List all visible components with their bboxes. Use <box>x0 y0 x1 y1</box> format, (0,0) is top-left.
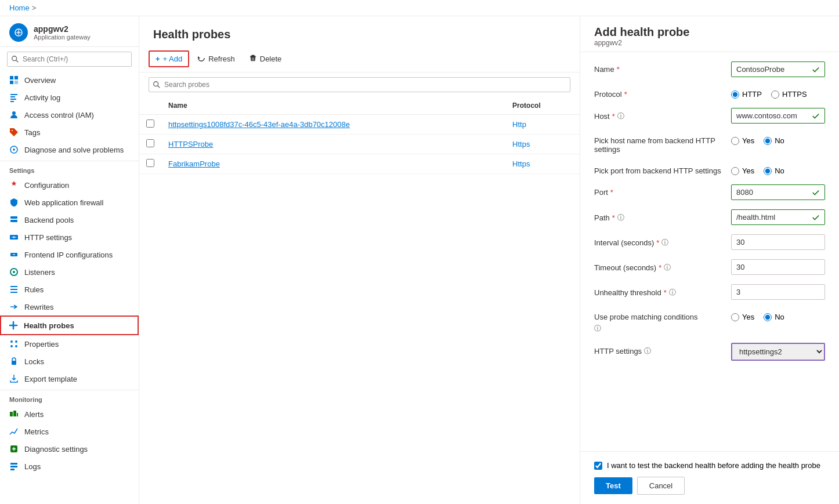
frontend-icon <box>9 250 19 259</box>
timeout-input[interactable] <box>731 259 825 275</box>
pick-host-no[interactable]: No <box>764 136 784 145</box>
col-name: Name <box>161 97 505 115</box>
test-backend-label[interactable]: I want to test the backend health before… <box>607 461 820 470</box>
sidebar-item-health-probes[interactable]: Health probes <box>0 316 139 335</box>
interval-input[interactable] <box>731 234 825 250</box>
row-checkbox[interactable] <box>146 119 154 128</box>
overview-icon <box>9 75 19 85</box>
field-unhealthy: Unhealthy threshold * ⓘ <box>594 284 825 300</box>
sidebar-item-listeners[interactable]: Listeners <box>0 263 139 281</box>
use-probe-yes[interactable]: Yes <box>731 313 754 321</box>
sidebar-item-http-settings[interactable]: HTTP settings <box>0 229 139 246</box>
resource-title: appgwv2 <box>34 24 91 34</box>
protocol-http-radio[interactable] <box>731 90 739 99</box>
cancel-button[interactable]: Cancel <box>637 477 685 495</box>
field-pick-host: Pick host name from backend HTTP setting… <box>594 133 825 154</box>
use-probe-radio-group: Yes No <box>731 309 825 321</box>
probe-name-link[interactable]: HTTPSProbe <box>168 140 213 148</box>
sidebar-item-backend-pools[interactable]: Backend pools <box>0 211 139 229</box>
sidebar-item-export[interactable]: Export template <box>0 370 139 387</box>
use-probe-no[interactable]: No <box>764 313 784 321</box>
field-port: Port * <box>594 184 825 200</box>
unhealthy-input[interactable] <box>731 284 825 300</box>
use-probe-info-icon: ⓘ <box>594 324 601 333</box>
sidebar-search-input[interactable] <box>7 52 132 67</box>
sidebar-item-diagnose[interactable]: Diagnose and solve problems <box>0 141 139 158</box>
pick-port-no[interactable]: No <box>764 166 784 175</box>
sidebar-item-access-control[interactable]: Access control (IAM) <box>0 106 139 124</box>
probes-panel-header: Health probes <box>139 16 580 46</box>
refresh-icon <box>197 54 205 64</box>
sidebar-item-configuration[interactable]: Configuration <box>0 176 139 194</box>
probes-table: Name Protocol httpsettings1008fd37c-46c5… <box>139 97 580 174</box>
sidebar-item-tags[interactable]: Tags <box>0 124 139 141</box>
row-checkbox[interactable] <box>146 139 154 147</box>
protocol-http-option[interactable]: HTTP <box>731 90 762 99</box>
svg-rect-6 <box>10 96 15 97</box>
pick-port-yes[interactable]: Yes <box>731 166 754 175</box>
protocol-https-option[interactable]: HTTPS <box>771 90 807 99</box>
sidebar-item-overview[interactable]: Overview <box>0 71 139 89</box>
main-content: Health probes + + Add Refresh <box>139 16 839 504</box>
sidebar-item-rules[interactable]: Rules <box>0 281 139 298</box>
add-probe-form: Name * Protocol * <box>580 52 839 451</box>
sidebar-item-tags-label: Tags <box>24 128 40 137</box>
listeners-icon <box>9 267 19 277</box>
svg-rect-8 <box>10 101 14 102</box>
probes-search-input[interactable] <box>149 77 570 92</box>
path-input[interactable] <box>731 209 825 225</box>
path-label: Path * ⓘ <box>594 209 722 223</box>
delete-button[interactable]: Delete <box>243 51 288 67</box>
port-input[interactable] <box>731 184 825 200</box>
home-link[interactable]: Home <box>9 3 30 12</box>
sidebar-item-logs[interactable]: Logs <box>0 458 139 475</box>
probe-name-link[interactable]: FabrikamProbe <box>168 159 220 168</box>
http-settings-select[interactable]: httpsettings2 <box>731 343 825 361</box>
host-input[interactable] <box>731 108 825 124</box>
pick-port-yes-radio[interactable] <box>731 167 739 175</box>
use-probe-yes-radio[interactable] <box>731 313 739 321</box>
sidebar-item-waf[interactable]: Web application firewall <box>0 194 139 211</box>
breadcrumb-separator: > <box>32 3 37 12</box>
row-checkbox-cell <box>139 135 161 154</box>
row-checkbox-cell <box>139 154 161 174</box>
pick-port-no-radio[interactable] <box>764 167 772 175</box>
add-button[interactable]: + + Add <box>149 50 189 67</box>
refresh-button[interactable]: Refresh <box>191 51 241 67</box>
probes-panel-title: Health probes <box>153 28 566 41</box>
svg-point-20 <box>15 340 17 343</box>
pick-host-yes-radio[interactable] <box>731 137 739 145</box>
sidebar-item-properties[interactable]: Properties <box>0 335 139 353</box>
row-checkbox[interactable] <box>146 159 154 167</box>
sidebar-item-diagnostic[interactable]: Diagnostic settings <box>0 440 139 458</box>
sidebar-item-frontend-ip[interactable]: Frontend IP configurations <box>0 246 139 263</box>
pick-host-yes[interactable]: Yes <box>731 136 754 145</box>
sidebar-item-activity-log[interactable]: Activity log <box>0 89 139 106</box>
field-path: Path * ⓘ <box>594 209 825 225</box>
sidebar-item-metrics[interactable]: Metrics <box>0 423 139 440</box>
name-input[interactable] <box>731 61 825 77</box>
cancel-label: Cancel <box>649 481 672 490</box>
field-interval: Interval (seconds) * ⓘ <box>594 234 825 250</box>
diagnose-icon <box>9 145 19 154</box>
row-name: HTTPSProbe <box>161 135 505 154</box>
svg-point-21 <box>10 345 13 347</box>
probes-table-container: Name Protocol httpsettings1008fd37c-46c5… <box>139 97 580 504</box>
settings-section-label: Settings <box>0 161 139 176</box>
protocol-https-radio[interactable] <box>771 90 779 99</box>
use-probe-no-radio[interactable] <box>764 313 772 321</box>
test-button[interactable]: Test <box>594 477 632 494</box>
sidebar-item-locks[interactable]: Locks <box>0 353 139 370</box>
monitoring-section-label: Monitoring <box>0 390 139 405</box>
timeout-label: Timeout (seconds) * ⓘ <box>594 259 722 273</box>
delete-icon <box>249 54 257 64</box>
sidebar-item-diagnose-label: Diagnose and solve problems <box>24 146 124 154</box>
row-protocol: Https <box>505 154 580 174</box>
sidebar-search-area <box>0 47 139 71</box>
pick-host-no-radio[interactable] <box>764 137 772 145</box>
probe-name-link[interactable]: httpsettings1008fd37c-46c5-43ef-ae4a-3db… <box>168 120 350 129</box>
test-backend-checkbox[interactable] <box>594 462 602 470</box>
sidebar-item-rewrites[interactable]: Rewrites <box>0 298 139 316</box>
export-icon <box>9 374 19 383</box>
sidebar-item-alerts[interactable]: Alerts <box>0 405 139 423</box>
